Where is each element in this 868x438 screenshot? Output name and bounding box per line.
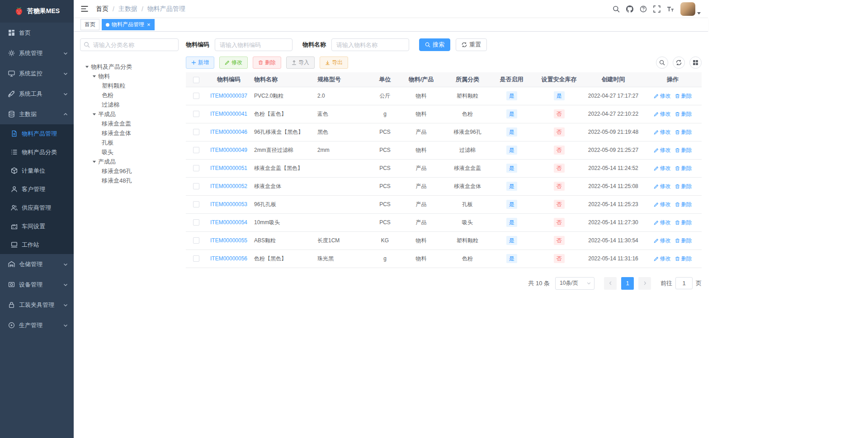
row-edit-link[interactable]: 修改 — [654, 146, 671, 154]
tab-item[interactable]: 首页 — [80, 19, 99, 30]
row-delete-link[interactable]: 删除 — [675, 165, 692, 172]
tree-node[interactable]: 移液盒96孔 — [80, 166, 179, 176]
material-code-link[interactable]: ITEM00000041 — [210, 111, 247, 117]
app-logo[interactable]: 苦糖果MES — [0, 0, 74, 23]
row-edit-link[interactable]: 修改 — [654, 128, 671, 136]
avatar[interactable] — [680, 2, 695, 16]
sidebar-subitem[interactable]: 计量单位 — [0, 161, 74, 180]
material-code-link[interactable]: ITEM00000054 — [210, 219, 247, 226]
row-delete-link[interactable]: 删除 — [675, 237, 692, 245]
material-code-link[interactable]: ITEM00000037 — [210, 93, 247, 99]
sidebar-item[interactable]: 系统管理 — [0, 43, 74, 63]
row-edit-link[interactable]: 修改 — [654, 165, 671, 172]
row-checkbox[interactable] — [193, 219, 199, 226]
sidebar-item[interactable]: 生产管理 — [0, 315, 74, 335]
row-delete-link[interactable]: 删除 — [675, 128, 692, 136]
sidebar-subitem[interactable]: 客户管理 — [0, 180, 74, 198]
row-delete-link[interactable]: 删除 — [675, 110, 692, 118]
current-page-button[interactable]: 1 — [621, 277, 634, 290]
tree-node[interactable]: 吸头 — [80, 147, 179, 157]
material-code-link[interactable]: ITEM00000052 — [210, 183, 247, 189]
row-delete-link[interactable]: 删除 — [675, 255, 692, 263]
github-icon[interactable] — [626, 5, 633, 13]
hamburger-icon[interactable] — [80, 5, 89, 12]
tree-node[interactable]: 半成品 — [80, 109, 179, 119]
tree-node[interactable]: 孔板 — [80, 138, 179, 147]
row-checkbox[interactable] — [193, 201, 199, 207]
sidebar-subitem[interactable]: 供应商管理 — [0, 198, 74, 217]
sidebar-item[interactable]: 首页 — [0, 23, 74, 43]
row-edit-link[interactable]: 修改 — [654, 110, 671, 118]
sidebar-item[interactable]: 系统工具 — [0, 84, 74, 104]
user-menu[interactable] — [680, 2, 701, 16]
row-checkbox[interactable] — [193, 255, 199, 262]
delete-button[interactable]: 删除 — [253, 57, 281, 69]
next-page-button[interactable] — [638, 277, 651, 290]
columns-toggle-button[interactable] — [689, 57, 702, 69]
fullscreen-icon[interactable] — [653, 5, 660, 13]
row-delete-link[interactable]: 删除 — [675, 201, 692, 208]
material-code-link[interactable]: ITEM00000049 — [210, 147, 247, 153]
tree-node[interactable]: 过滤棉 — [80, 100, 179, 109]
sidebar-item[interactable]: 工装夹具管理 — [0, 295, 74, 315]
tree-node[interactable]: 移液盒盒体 — [80, 128, 179, 138]
row-delete-link[interactable]: 删除 — [675, 183, 692, 190]
row-edit-link[interactable]: 修改 — [654, 201, 671, 208]
search-button[interactable]: 搜索 — [419, 38, 450, 51]
sidebar-item[interactable]: 系统监控 — [0, 63, 74, 84]
row-edit-link[interactable]: 修改 — [654, 219, 671, 226]
sidebar-subitem[interactable]: 工作站 — [0, 235, 74, 254]
material-code-link[interactable]: ITEM00000051 — [210, 165, 247, 171]
font-size-icon[interactable] — [667, 5, 674, 13]
tree-node[interactable]: 塑料颗粒 — [80, 81, 179, 90]
edit-button[interactable]: 修改 — [219, 57, 248, 69]
material-code-link[interactable]: ITEM00000055 — [210, 237, 247, 244]
row-checkbox[interactable] — [193, 237, 199, 244]
row-edit-link[interactable]: 修改 — [654, 237, 671, 245]
sidebar-subitem[interactable]: 车间设置 — [0, 217, 74, 235]
add-button[interactable]: 新增 — [186, 57, 214, 69]
help-icon[interactable] — [640, 5, 647, 13]
sidebar-item[interactable]: 仓储管理 — [0, 254, 74, 274]
row-checkbox[interactable] — [193, 147, 199, 153]
tree-node[interactable]: 色粉 — [80, 90, 179, 100]
tree-node[interactable]: 移液盒48孔 — [80, 176, 179, 185]
row-delete-link[interactable]: 删除 — [675, 146, 692, 154]
goto-page-input[interactable] — [675, 277, 693, 289]
row-checkbox[interactable] — [193, 111, 199, 117]
row-edit-link[interactable]: 修改 — [654, 255, 671, 263]
material-code-input[interactable] — [215, 38, 292, 51]
material-code-link[interactable]: ITEM00000056 — [210, 255, 247, 262]
breadcrumb-item[interactable]: 首页 — [96, 5, 108, 13]
row-checkbox[interactable] — [193, 129, 199, 135]
sidebar-subitem[interactable]: 物料产品分类 — [0, 143, 74, 161]
search-icon[interactable] — [613, 5, 620, 13]
material-name-input[interactable] — [331, 38, 409, 51]
row-delete-link[interactable]: 删除 — [675, 92, 692, 100]
row-edit-link[interactable]: 修改 — [654, 183, 671, 190]
row-checkbox[interactable] — [193, 93, 199, 99]
category-search-input[interactable] — [80, 38, 179, 51]
select-all-checkbox[interactable] — [193, 77, 199, 83]
sidebar-item[interactable]: 设备管理 — [0, 274, 74, 295]
refresh-table-button[interactable] — [673, 57, 685, 69]
page-size-select[interactable]: 10条/页 — [555, 277, 594, 290]
row-checkbox[interactable] — [193, 165, 199, 171]
export-button[interactable]: 导出 — [320, 57, 348, 69]
tree-node[interactable]: 物料 — [80, 71, 179, 81]
sidebar-subitem[interactable]: 物料产品管理 — [0, 124, 74, 143]
tree-node[interactable]: 物料及产品分类 — [80, 62, 179, 71]
row-checkbox[interactable] — [193, 183, 199, 189]
material-code-link[interactable]: ITEM00000053 — [210, 201, 247, 207]
sidebar-item[interactable]: 主数据 — [0, 104, 74, 124]
prev-page-button[interactable] — [604, 277, 617, 290]
import-button[interactable]: 导入 — [286, 57, 315, 69]
row-delete-link[interactable]: 删除 — [675, 219, 692, 226]
row-edit-link[interactable]: 修改 — [654, 92, 671, 100]
tab-item[interactable]: 物料产品管理× — [102, 19, 155, 30]
material-code-link[interactable]: ITEM00000046 — [210, 129, 247, 135]
tab-close-icon[interactable]: × — [147, 22, 151, 28]
tree-node[interactable]: 移液盒盒盖 — [80, 119, 179, 128]
toggle-search-button[interactable] — [656, 57, 668, 69]
reset-button[interactable]: 重置 — [456, 38, 487, 51]
